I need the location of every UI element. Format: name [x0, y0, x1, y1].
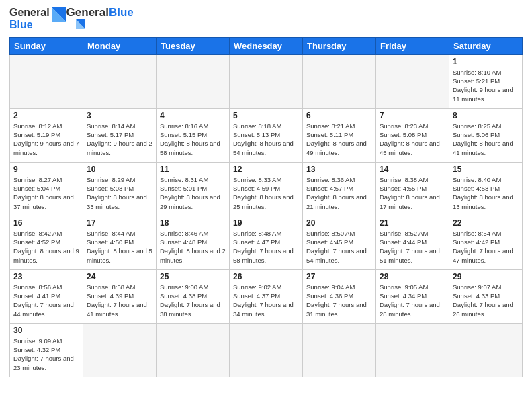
day-info: Sunrise: 8:58 AM Sunset: 4:39 PM Dayligh… [87, 283, 152, 318]
day-info: Sunrise: 8:46 AM Sunset: 4:48 PM Dayligh… [160, 229, 226, 265]
day-cell-empty [303, 54, 376, 108]
logo-flag-icon [66, 19, 85, 30]
day-cell-6: 6Sunrise: 8:21 AM Sunset: 5:11 PM Daylig… [303, 108, 376, 162]
day-info: Sunrise: 8:48 AM Sunset: 4:47 PM Dayligh… [233, 229, 299, 265]
calendar-table: SundayMondayTuesdayWednesdayThursdayFrid… [9, 37, 523, 377]
day-cell-17: 17Sunrise: 8:44 AM Sunset: 4:50 PM Dayli… [83, 216, 157, 269]
day-cell-25: 25Sunrise: 9:00 AM Sunset: 4:38 PM Dayli… [157, 269, 230, 323]
day-cell-empty [449, 323, 523, 377]
day-number: 22 [453, 218, 519, 228]
day-info: Sunrise: 8:25 AM Sunset: 5:06 PM Dayligh… [453, 122, 519, 157]
day-cell-empty [83, 323, 157, 377]
day-number: 20 [306, 218, 372, 228]
day-number: 13 [306, 165, 372, 174]
day-number: 10 [87, 165, 152, 174]
day-info: Sunrise: 8:12 AM Sunset: 5:19 PM Dayligh… [13, 122, 79, 157]
day-cell-20: 20Sunrise: 8:50 AM Sunset: 4:45 PM Dayli… [303, 216, 376, 269]
day-number: 9 [13, 165, 79, 174]
day-cell-26: 26Sunrise: 9:02 AM Sunset: 4:37 PM Dayli… [230, 269, 303, 323]
day-number: 25 [160, 272, 226, 281]
day-cell-empty [157, 323, 230, 377]
logo-general: General [66, 6, 109, 19]
day-number: 2 [13, 111, 79, 120]
day-info: Sunrise: 8:18 AM Sunset: 5:13 PM Dayligh… [233, 122, 299, 157]
day-cell-15: 15Sunrise: 8:40 AM Sunset: 4:53 PM Dayli… [449, 162, 523, 216]
day-info: Sunrise: 8:16 AM Sunset: 5:15 PM Dayligh… [160, 122, 226, 157]
day-number: 15 [453, 165, 519, 174]
day-number: 16 [13, 218, 79, 228]
day-number: 8 [453, 111, 519, 120]
day-number: 23 [13, 272, 79, 281]
day-cell-27: 27Sunrise: 9:04 AM Sunset: 4:36 PM Dayli… [303, 269, 376, 323]
day-info: Sunrise: 8:42 AM Sunset: 4:52 PM Dayligh… [13, 229, 79, 265]
week-row-5: 30Sunrise: 9:09 AM Sunset: 4:32 PM Dayli… [10, 323, 523, 377]
day-info: Sunrise: 8:54 AM Sunset: 4:42 PM Dayligh… [453, 229, 519, 265]
day-number: 5 [233, 111, 299, 120]
day-info: Sunrise: 8:14 AM Sunset: 5:17 PM Dayligh… [87, 122, 152, 157]
day-cell-24: 24Sunrise: 8:58 AM Sunset: 4:39 PM Dayli… [83, 269, 157, 323]
day-number: 17 [87, 218, 152, 228]
day-cell-30: 30Sunrise: 9:09 AM Sunset: 4:32 PM Dayli… [10, 323, 83, 377]
logo-blue-text: Blue [9, 19, 50, 31]
weekday-header-saturday: Saturday [449, 37, 523, 54]
day-cell-empty [157, 54, 230, 108]
day-info: Sunrise: 9:00 AM Sunset: 4:38 PM Dayligh… [160, 283, 226, 318]
day-number: 6 [306, 111, 372, 120]
day-number: 19 [233, 218, 299, 228]
day-number: 30 [13, 326, 79, 335]
day-number: 1 [453, 57, 519, 66]
day-number: 12 [233, 165, 299, 174]
day-info: Sunrise: 9:09 AM Sunset: 4:32 PM Dayligh… [13, 336, 79, 372]
logo: General Blue [9, 7, 66, 32]
weekday-header-row: SundayMondayTuesdayWednesdayThursdayFrid… [10, 37, 523, 54]
day-cell-12: 12Sunrise: 8:33 AM Sunset: 4:59 PM Dayli… [230, 162, 303, 216]
day-cell-11: 11Sunrise: 8:31 AM Sunset: 5:01 PM Dayli… [157, 162, 230, 216]
day-cell-18: 18Sunrise: 8:46 AM Sunset: 4:48 PM Dayli… [157, 216, 230, 269]
day-info: Sunrise: 8:29 AM Sunset: 5:03 PM Dayligh… [87, 175, 152, 211]
header: General Blue GeneralBlue [9, 7, 523, 32]
logo-triangle-icon [52, 7, 66, 28]
weekday-header-wednesday: Wednesday [230, 37, 303, 54]
day-info: Sunrise: 8:38 AM Sunset: 4:55 PM Dayligh… [380, 175, 445, 211]
day-number: 4 [160, 111, 226, 120]
weekday-header-sunday: Sunday [10, 37, 83, 54]
day-info: Sunrise: 8:23 AM Sunset: 5:08 PM Dayligh… [380, 122, 445, 157]
day-info: Sunrise: 8:27 AM Sunset: 5:04 PM Dayligh… [13, 175, 79, 211]
day-info: Sunrise: 8:56 AM Sunset: 4:41 PM Dayligh… [13, 283, 79, 318]
day-cell-13: 13Sunrise: 8:36 AM Sunset: 4:57 PM Dayli… [303, 162, 376, 216]
day-info: Sunrise: 8:40 AM Sunset: 4:53 PM Dayligh… [453, 175, 519, 211]
weekday-header-friday: Friday [376, 37, 449, 54]
day-number: 11 [160, 165, 226, 174]
day-info: Sunrise: 9:05 AM Sunset: 4:34 PM Dayligh… [380, 283, 445, 318]
logo-blue: Blue [109, 6, 134, 19]
day-number: 3 [87, 111, 152, 120]
day-number: 26 [233, 272, 299, 281]
week-row-2: 9Sunrise: 8:27 AM Sunset: 5:04 PM Daylig… [10, 162, 523, 216]
day-info: Sunrise: 8:52 AM Sunset: 4:44 PM Dayligh… [380, 229, 445, 265]
weekday-header-tuesday: Tuesday [157, 37, 230, 54]
day-cell-2: 2Sunrise: 8:12 AM Sunset: 5:19 PM Daylig… [10, 108, 83, 162]
day-cell-19: 19Sunrise: 8:48 AM Sunset: 4:47 PM Dayli… [230, 216, 303, 269]
day-cell-empty [230, 323, 303, 377]
day-cell-empty [83, 54, 157, 108]
day-info: Sunrise: 8:36 AM Sunset: 4:57 PM Dayligh… [306, 175, 372, 211]
week-row-1: 2Sunrise: 8:12 AM Sunset: 5:19 PM Daylig… [10, 108, 523, 162]
day-cell-5: 5Sunrise: 8:18 AM Sunset: 5:13 PM Daylig… [230, 108, 303, 162]
day-cell-23: 23Sunrise: 8:56 AM Sunset: 4:41 PM Dayli… [10, 269, 83, 323]
day-cell-empty [230, 54, 303, 108]
day-cell-10: 10Sunrise: 8:29 AM Sunset: 5:03 PM Dayli… [83, 162, 157, 216]
day-cell-9: 9Sunrise: 8:27 AM Sunset: 5:04 PM Daylig… [10, 162, 83, 216]
day-info: Sunrise: 9:02 AM Sunset: 4:37 PM Dayligh… [233, 283, 299, 318]
weekday-header-thursday: Thursday [303, 37, 376, 54]
day-number: 29 [453, 272, 519, 281]
day-cell-empty [10, 54, 83, 108]
day-cell-empty [376, 323, 449, 377]
day-number: 27 [306, 272, 372, 281]
logo-container: General Blue [9, 7, 66, 32]
day-info: Sunrise: 9:07 AM Sunset: 4:33 PM Dayligh… [453, 283, 519, 318]
day-number: 18 [160, 218, 226, 228]
day-cell-28: 28Sunrise: 9:05 AM Sunset: 4:34 PM Dayli… [376, 269, 449, 323]
day-cell-7: 7Sunrise: 8:23 AM Sunset: 5:08 PM Daylig… [376, 108, 449, 162]
day-number: 28 [380, 272, 445, 281]
day-cell-empty [303, 323, 376, 377]
